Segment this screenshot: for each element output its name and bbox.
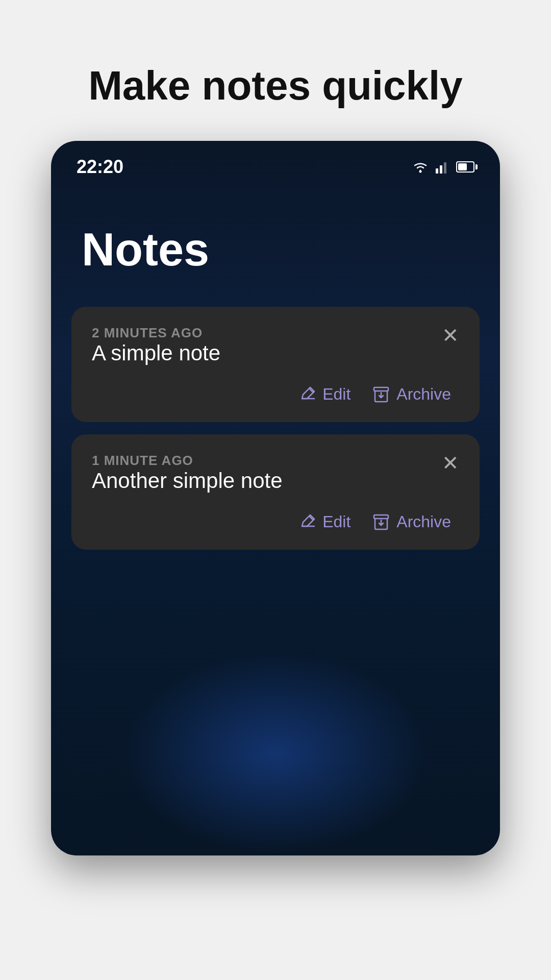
app-title: Notes bbox=[82, 224, 469, 276]
app-header: Notes bbox=[51, 183, 500, 297]
edit-button-2[interactable]: Edit bbox=[290, 508, 359, 535]
close-button-1[interactable]: ✕ bbox=[442, 325, 459, 346]
status-icons bbox=[411, 160, 474, 174]
note-text-2: Another simple note bbox=[92, 469, 459, 493]
svg-rect-4 bbox=[374, 387, 388, 391]
svg-rect-5 bbox=[374, 515, 388, 519]
svg-point-0 bbox=[419, 170, 422, 173]
note-card-2: 1 MINUTE AGO ✕ Another simple note Edit bbox=[71, 434, 480, 550]
edit-label-1: Edit bbox=[322, 385, 350, 404]
svg-rect-3 bbox=[444, 162, 446, 174]
status-bar: 22:20 bbox=[51, 141, 500, 183]
battery-icon bbox=[456, 161, 474, 173]
note-actions-2: Edit Archive bbox=[92, 508, 459, 535]
edit-icon-2 bbox=[298, 513, 316, 531]
signal-icon bbox=[436, 160, 450, 174]
wifi-icon bbox=[411, 160, 430, 174]
archive-button-2[interactable]: Archive bbox=[364, 508, 459, 535]
phone-frame: 22:20 Notes 2 MINUTE bbox=[51, 141, 500, 855]
archive-button-1[interactable]: Archive bbox=[364, 381, 459, 408]
page-title: Make notes quickly bbox=[47, 0, 504, 141]
edit-button-1[interactable]: Edit bbox=[290, 381, 359, 408]
note-timestamp-1: 2 MINUTES AGO bbox=[92, 325, 203, 340]
note-actions-1: Edit Archive bbox=[92, 381, 459, 408]
note-text-1: A simple note bbox=[92, 341, 459, 365]
edit-icon-1 bbox=[298, 385, 316, 404]
close-button-2[interactable]: ✕ bbox=[442, 453, 459, 473]
note-timestamp-2: 1 MINUTE AGO bbox=[92, 453, 193, 468]
status-time: 22:20 bbox=[77, 156, 123, 178]
archive-label-1: Archive bbox=[396, 385, 451, 404]
svg-rect-1 bbox=[436, 168, 438, 174]
svg-rect-2 bbox=[440, 165, 442, 174]
archive-label-2: Archive bbox=[396, 512, 451, 531]
edit-label-2: Edit bbox=[322, 512, 350, 531]
archive-icon-1 bbox=[372, 385, 390, 404]
notes-list: 2 MINUTES AGO ✕ A simple note Edit bbox=[51, 297, 500, 560]
note-card-1: 2 MINUTES AGO ✕ A simple note Edit bbox=[71, 307, 480, 422]
archive-icon-2 bbox=[372, 513, 390, 531]
